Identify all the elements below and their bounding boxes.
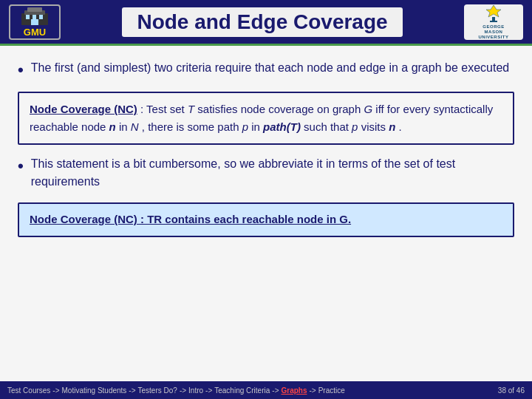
bullet-symbol-2: •	[18, 157, 24, 176]
nc-n2-var: n	[389, 120, 395, 133]
svg-rect-8	[490, 21, 497, 22]
nc-satisfies: satisfies node coverage on graph	[197, 103, 364, 115]
nav-test-courses[interactable]: Test Courses	[7, 386, 50, 395]
svg-rect-2	[27, 7, 42, 12]
nav-arrow-5: ->	[272, 386, 279, 395]
nc-in: in	[119, 120, 131, 133]
main-content: • The first (and simplest) two criteria …	[0, 46, 532, 392]
header-title-container: Node and Edge Coverage	[61, 7, 464, 37]
bullet-text-2: This statement is a bit cumbersome, so w…	[31, 155, 514, 191]
tr-box: Node Coverage (NC) : TR contains each re…	[18, 202, 514, 237]
nc-p-var: p	[242, 120, 248, 133]
header: GMU Node and Edge Coverage GEORGEMASONUN…	[0, 0, 532, 46]
gmu-logo: GMU	[9, 4, 61, 40]
header-left: GMU	[9, 4, 61, 40]
svg-rect-5	[39, 15, 43, 19]
nc-period: .	[398, 120, 401, 133]
gmu-building-icon	[20, 6, 50, 27]
nav-arrow-1: ->	[52, 386, 59, 395]
bullet-item-1: • The first (and simplest) two criteria …	[18, 59, 514, 80]
bullet-symbol-1: •	[18, 61, 24, 80]
nc-comma: , there is some path	[142, 120, 242, 133]
node-coverage-def-text: Node Coverage (NC) : Test set T satisfie…	[30, 103, 493, 133]
gm-logo-container: GEORGEMASONUNIVERSITY	[478, 4, 508, 41]
nav-teaching-criteria[interactable]: Teaching Criteria	[214, 386, 270, 395]
nc-p2-var: p	[352, 120, 358, 133]
nc-t-var: T	[188, 103, 194, 115]
gmu-text: GMU	[24, 27, 46, 38]
page-number: 38 of 46	[498, 386, 525, 395]
node-coverage-def-box: Node Coverage (NC) : Test set T satisfie…	[18, 92, 514, 145]
svg-rect-4	[33, 15, 36, 19]
nav-arrow-3: ->	[180, 386, 186, 395]
nav-testers[interactable]: Testers Do?	[138, 386, 177, 395]
bullet-text-1: The first (and simplest) two criteria re…	[31, 59, 509, 77]
nav-intro[interactable]: Intro	[188, 386, 203, 395]
nc-colon: : Test set	[140, 103, 188, 115]
nc-visits: visits	[361, 120, 389, 133]
bottom-nav: Test Courses -> Motivating Students -> T…	[0, 381, 532, 399]
nav-practice[interactable]: Practice	[318, 386, 345, 395]
page-title: Node and Edge Coverage	[137, 10, 387, 33]
nc-g-var: G	[364, 103, 372, 115]
header-title-bg: Node and Edge Coverage	[122, 7, 402, 37]
gm-university-text: GEORGEMASONUNIVERSITY	[478, 24, 508, 41]
bullet-item-2: • This statement is a bit cumbersome, so…	[18, 155, 514, 191]
nc-in2: in	[251, 120, 263, 133]
nav-arrow-4: ->	[205, 386, 212, 395]
svg-rect-6	[31, 19, 38, 25]
nc-term: Node Coverage (NC)	[30, 103, 137, 115]
nc-path-var: path(T)	[263, 120, 301, 133]
tr-box-text: Node Coverage (NC) : TR contains each re…	[30, 213, 351, 225]
nav-motivating[interactable]: Motivating Students	[62, 386, 127, 395]
nc-n-var: n	[109, 120, 116, 133]
nc-N-var: N	[131, 120, 139, 133]
george-mason-logo: GEORGEMASONUNIVERSITY	[464, 4, 523, 40]
gm-crest-icon	[480, 4, 507, 24]
nav-graphs[interactable]: Graphs	[281, 386, 307, 395]
svg-rect-3	[26, 15, 30, 19]
nav-arrow-6: ->	[309, 386, 316, 395]
nav-arrow-2: ->	[129, 386, 135, 395]
nc-such: such that	[304, 120, 352, 133]
